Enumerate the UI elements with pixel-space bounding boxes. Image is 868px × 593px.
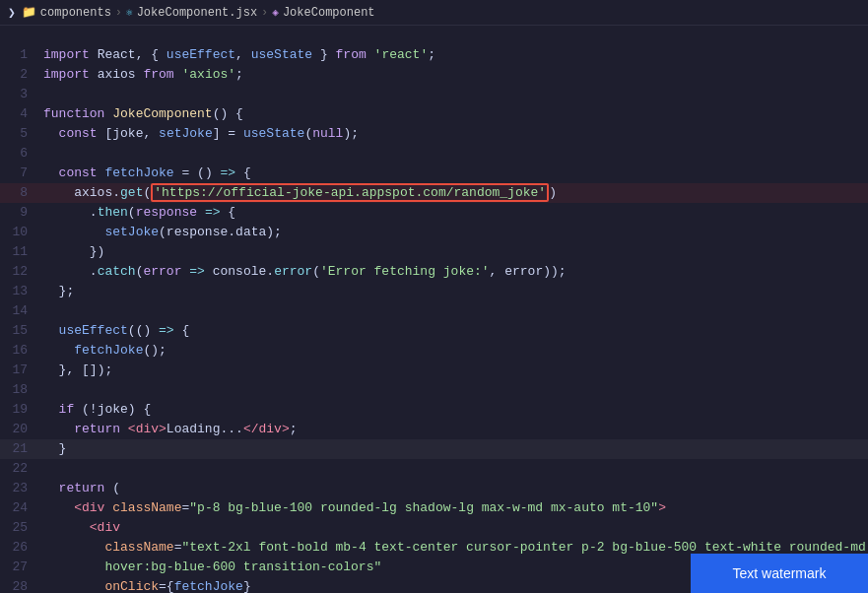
breadcrumb-cursor: ❯ xyxy=(8,5,16,21)
code-line-19: 19 if (!joke) { xyxy=(0,400,868,420)
code-line-1: 1 import React, { useEffect, useState } … xyxy=(0,45,868,65)
code-line-22: 22 xyxy=(0,459,868,479)
code-line-13: 13 }; xyxy=(0,282,868,301)
code-line-8: 8 axios.get('https://official-joke-api.a… xyxy=(0,183,868,203)
code-line-2: 2 import axios from 'axios'; xyxy=(0,65,868,85)
code-line-21: 21 } xyxy=(0,439,868,459)
breadcrumb-sep-1: › xyxy=(115,6,122,20)
folder-icon: 📁 xyxy=(22,5,36,20)
breadcrumb-file[interactable]: ⚛ JokeComponent.jsx xyxy=(126,6,257,20)
code-line-4: 4 function JokeComponent() { xyxy=(0,104,868,124)
code-line-15: 15 useEffect(() => { xyxy=(0,321,868,341)
watermark: Text watermark xyxy=(691,554,868,593)
breadcrumb-component[interactable]: ◈ JokeComponent xyxy=(272,6,374,20)
code-line-5: 5 const [joke, setJoke] = useState(null)… xyxy=(0,124,868,144)
code-line-23: 23 return ( xyxy=(0,479,868,498)
code-line-18: 18 xyxy=(0,380,868,400)
code-line-20: 20 return <div>Loading...</div>; xyxy=(0,420,868,439)
code-line-25: 25 <div xyxy=(0,518,868,538)
code-editor: 1 import React, { useEffect, useState } … xyxy=(0,26,868,593)
code-line-17: 17 }, []); xyxy=(0,361,868,380)
react-file-icon: ⚛ xyxy=(126,6,133,19)
component-icon: ◈ xyxy=(272,6,279,19)
breadcrumb-folder[interactable]: 📁 components xyxy=(22,5,111,20)
breadcrumb-sep-2: › xyxy=(261,6,268,20)
code-line-6: 6 xyxy=(0,144,868,164)
code-line-24: 24 <div className="p-8 bg-blue-100 round… xyxy=(0,498,868,518)
code-line-11: 11 }) xyxy=(0,242,868,262)
watermark-text: Text watermark xyxy=(733,565,827,581)
code-line-10: 10 setJoke(response.data); xyxy=(0,223,868,242)
breadcrumb-bar: ❯ 📁 components › ⚛ JokeComponent.jsx › ◈… xyxy=(0,0,868,26)
code-line-14: 14 xyxy=(0,301,868,321)
code-line-12: 12 .catch(error => console.error('Error … xyxy=(0,262,868,282)
code-line-7: 7 const fetchJoke = () => { xyxy=(0,164,868,183)
code-line-16: 16 fetchJoke(); xyxy=(0,341,868,361)
code-line xyxy=(0,26,868,45)
code-line-9: 9 .then(response => { xyxy=(0,203,868,223)
code-line-3: 3 xyxy=(0,85,868,104)
